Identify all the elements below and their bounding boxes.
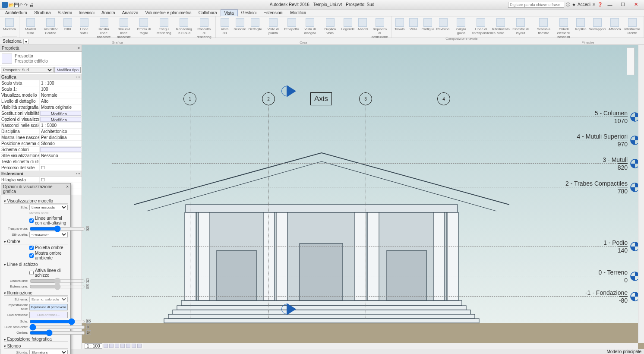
prop-row[interactable]: Visibilità stratigrafiaMostra originale	[0, 104, 82, 111]
ribbon-filtri[interactable]: Filtri	[61, 17, 74, 32]
sketch-lines-checkbox[interactable]	[29, 271, 34, 275]
signin-button[interactable]: Accedi	[578, 2, 590, 7]
edit-type-button[interactable]: Modifica tipo	[54, 67, 81, 73]
ribbon-dettaglio[interactable]: Dettaglio	[248, 17, 263, 32]
qat-undo-icon[interactable]: ↶	[19, 3, 23, 7]
status-model[interactable]: Modello principale	[606, 349, 641, 354]
ribbon-duplica-vista[interactable]: Duplica vista	[321, 17, 340, 36]
section-photo[interactable]: ▸ Esposizione fotografica	[4, 337, 68, 342]
level-line[interactable]	[112, 163, 627, 164]
level-head[interactable]: 5 - Columen1070	[595, 110, 640, 124]
ribbon-abachi[interactable]: Abachi	[356, 17, 369, 32]
section-shadows[interactable]: ▾ Ombre	[4, 239, 68, 244]
prop-row[interactable]: Livello di dettaglioAlto	[0, 98, 82, 104]
prop-row[interactable]: Ritaglia vista☐	[0, 177, 82, 183]
prop-row[interactable]: Sostituzioni visibilità/graficaModifica.…	[0, 111, 82, 117]
grid-line[interactable]	[190, 105, 190, 319]
prop-group-estensioni[interactable]: Estensioni⋯	[0, 171, 82, 177]
prop-row[interactable]: Testo etichetta di riferimento	[0, 159, 82, 165]
ribbon-legende[interactable]: Legende	[341, 17, 355, 32]
level-head[interactable]: 4 - Mutuli Superiori970	[577, 133, 640, 148]
ribbon-scambia-finestre[interactable]: Scambia finestre	[534, 17, 553, 36]
type-name[interactable]: Prospetto Prospetto edificio	[15, 54, 48, 64]
favorite-icon[interactable]: ★	[572, 2, 576, 7]
ribbon-mostra-linee-nascoste[interactable]: Mostra linee nascoste	[94, 17, 113, 40]
prop-row[interactable]: Nascondi nelle scale minori di1 : 5000	[0, 123, 82, 129]
view-control-bar[interactable]: 1 : 100	[83, 343, 143, 348]
level-line[interactable]	[112, 246, 627, 247]
sun-setting-button[interactable]: Equinozio di primavera	[29, 304, 68, 310]
sun-slider[interactable]	[29, 319, 85, 324]
grid-head-Axis[interactable]: Axis	[310, 92, 332, 105]
vertical-scrollbar[interactable]	[638, 45, 644, 343]
prop-row[interactable]: Scala vista1 : 100	[0, 80, 82, 86]
ribbon-modelli-vista[interactable]: Modelli vista	[21, 17, 40, 36]
ribbon-sezione[interactable]: Sezione	[233, 17, 246, 32]
hide-isolate-icon[interactable]	[132, 344, 136, 348]
grid-line[interactable]	[317, 105, 317, 319]
section-model[interactable]: ▾ Visualizzazione modello	[4, 199, 68, 204]
close-button[interactable]: ✕	[630, 1, 641, 9]
ribbon-esegui-rendering[interactable]: Esegui rendering	[155, 17, 174, 36]
ribbon-profilo-di-taglio[interactable]: Profilo di taglio	[134, 17, 153, 36]
level-head[interactable]: 0 - Terreno0	[599, 269, 640, 284]
tab-analizza[interactable]: Analizza	[119, 9, 142, 16]
ribbon-visibilit-grafica[interactable]: Visibilità/ Grafica	[41, 17, 60, 36]
background-select[interactable]: Sfumatura	[29, 350, 68, 354]
options-dropdown[interactable]: ▾	[23, 39, 29, 44]
drawing-canvas[interactable]: 12Axis34 5 - Columen10704 - Mutuli Super…	[82, 45, 644, 349]
tab-vista[interactable]: Vista	[221, 9, 238, 16]
prop-row[interactable]: Posizione schema coloriSfondo	[0, 141, 82, 147]
minimize-button[interactable]: —	[604, 1, 616, 9]
style-select[interactable]: Linea nascosta	[29, 205, 68, 210]
prop-row[interactable]: Scala 1:100	[0, 86, 82, 92]
level-line[interactable]	[112, 117, 627, 117]
prop-row[interactable]: DisciplinaArchitettonico	[0, 129, 82, 135]
sun-path-icon[interactable]	[115, 344, 119, 348]
tab-sistemi[interactable]: Sistemi	[54, 9, 76, 16]
ribbon-linee-sottili[interactable]: Linee sottili	[75, 17, 94, 36]
ribbon-vista[interactable]: Vista	[407, 17, 420, 32]
ribbon-vista-3d[interactable]: Vista 3D	[218, 17, 232, 36]
grid-line[interactable]	[268, 105, 269, 319]
instance-selector[interactable]: Prospetto: Sud	[1, 67, 54, 73]
transparency-slider[interactable]	[29, 227, 85, 231]
tab-struttura[interactable]: Struttura	[31, 9, 54, 16]
tab-annota[interactable]: Annota	[98, 9, 119, 16]
grid-head-4[interactable]: 4	[437, 92, 450, 105]
crop-view-icon[interactable]	[126, 344, 130, 348]
tab-volumetrie e planimetria[interactable]: Volumetrie e planimetria	[142, 9, 195, 16]
dialog-close-icon[interactable]: ×	[66, 184, 69, 194]
section-lighting[interactable]: ▾ Illuminazione	[4, 291, 68, 296]
prop-row[interactable]: Opzioni di visualizzazione graficaModifi…	[0, 117, 82, 123]
level-head[interactable]: -1 - Fondazione-80	[585, 289, 640, 304]
ribbon-interfaccia-utente[interactable]: Interfaccia utente	[622, 17, 642, 36]
horizontal-scrollbar[interactable]	[82, 343, 638, 349]
prop-row[interactable]: Visualizza modelloNormale	[0, 92, 82, 98]
level-line[interactable]	[112, 187, 627, 187]
ambient-light-slider[interactable]	[29, 325, 85, 329]
grid-line[interactable]	[444, 105, 444, 319]
qat-open-icon[interactable]: 📂	[9, 3, 13, 7]
ribbon-chiudi-elementi-nascosti[interactable]: Chiudi elementi nascosti	[554, 17, 574, 40]
navigation-bar[interactable]	[627, 47, 635, 75]
ribbon-rimuovi-linee-nascoste[interactable]: Rimuovi linee nascoste	[114, 17, 133, 40]
ribbon-cartiglio[interactable]: Cartiglio	[421, 17, 435, 32]
ribbon-vista-di-disegno[interactable]: Vista di disegno	[300, 17, 319, 36]
shadows-slider[interactable]	[29, 331, 85, 335]
ribbon-affianca[interactable]: Affianca	[608, 17, 622, 32]
tab-gestisci[interactable]: Gestisci	[238, 9, 260, 16]
ribbon-prospetto[interactable]: Prospetto	[284, 17, 300, 32]
level-line[interactable]	[112, 140, 627, 140]
level-line[interactable]	[112, 276, 627, 276]
ribbon-riferimento-vista[interactable]: Riferimento vista	[491, 17, 510, 36]
properties-list[interactable]: Grafica⋯Scala vista1 : 100Scala 1:100Vis…	[0, 74, 82, 195]
ribbon-finestre-di-layout[interactable]: Finestre di layout	[511, 17, 530, 36]
ribbon-viste-di-pianta[interactable]: Viste di pianta	[264, 17, 283, 36]
properties-close-icon[interactable]: ×	[77, 46, 80, 51]
reveal-hidden-icon[interactable]	[137, 344, 142, 348]
maximize-button[interactable]: ☐	[617, 1, 628, 9]
tab-architettura[interactable]: Architettura	[2, 9, 31, 16]
grid-head-1[interactable]: 1	[183, 92, 196, 105]
ribbon-raccolta-di-rendering[interactable]: Raccolta di rendering	[194, 17, 213, 40]
